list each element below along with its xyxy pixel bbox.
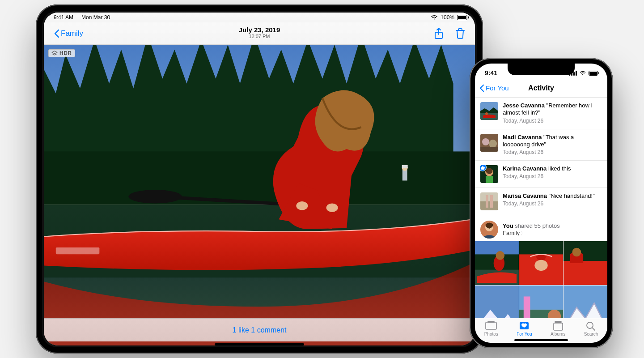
tab-for-you[interactable]: For You [517,321,532,337]
activity-item[interactable]: Jesse Cavanna "Remember how I almost fel… [475,98,607,129]
hdr-badge: HDR [48,49,75,57]
tab-albums[interactable]: Albums [551,321,565,337]
back-label: Family [61,29,83,38]
svg-rect-1 [458,16,466,19]
chevron-left-icon [54,29,60,38]
ipad-device: 9:41 AM Mon Mar 30 100% [36,4,483,354]
svg-rect-60 [555,321,561,323]
home-indicator[interactable] [215,343,304,345]
svg-rect-54 [524,297,530,318]
svg-point-28 [482,138,489,145]
battery-percent: 100% [441,14,454,21]
svg-point-13 [128,190,182,203]
svg-rect-19 [573,72,575,76]
svg-rect-35 [480,201,498,210]
svg-rect-6 [402,170,407,181]
activity-list[interactable]: Jesse Cavanna "Remember how I almost fel… [475,98,607,318]
activity-item[interactable]: Karina Cavanna liked this Today, August … [475,161,607,188]
svg-rect-36 [486,195,488,208]
status-date: Mon Mar 30 [81,14,110,21]
svg-rect-58 [487,321,495,323]
svg-point-29 [489,140,497,148]
svg-rect-33 [486,176,493,183]
iphone-screen: 9:41 For Yo [475,64,607,343]
grid-photo[interactable] [519,241,563,285]
svg-rect-51 [475,286,519,318]
iphone-device: 9:41 For Yo [470,58,613,348]
grid-photo[interactable] [564,241,607,285]
back-button[interactable]: Family [54,29,83,38]
iphone-navbar: For You Activity [475,79,607,98]
main-photo [44,45,475,345]
ipad-screen: 9:41 AM Mon Mar 30 100% [44,13,475,345]
photo-time: 12:07 PM [44,34,475,39]
svg-rect-11 [56,247,100,254]
svg-point-50 [572,248,581,257]
home-indicator[interactable] [514,339,568,341]
shared-section-header[interactable]: You shared 55 photos Family〉 [475,215,607,241]
ipad-statusbar: 9:41 AM Mon Mar 30 100% [44,13,475,22]
wifi-icon [579,71,586,76]
photo-date: July 23, 2019 [44,26,475,34]
svg-point-26 [485,112,488,115]
battery-icon [589,71,599,76]
ipad-navbar: Family July 23, 2019 12:07 PM [44,22,475,45]
svg-point-14 [296,201,308,210]
svg-rect-61 [554,323,563,330]
svg-rect-34 [480,192,498,201]
svg-rect-56 [564,286,607,318]
photo-viewer[interactable]: HDR 1 like 1 comment [44,45,475,345]
svg-rect-20 [576,71,577,76]
wifi-icon [431,15,438,20]
svg-rect-5 [44,151,475,205]
svg-rect-57 [486,322,496,329]
activity-thumb [480,102,498,120]
svg-rect-30 [480,147,498,152]
activity-item[interactable]: Madi Cavanna "That was a loooooong drive… [475,129,607,161]
svg-point-15 [326,203,338,212]
status-time: 9:41 AM [54,14,73,21]
chevron-left-icon [479,84,485,92]
shared-photo-grid [475,241,607,318]
svg-rect-8 [402,165,408,168]
battery-icon [457,15,469,20]
tab-photos[interactable]: Photos [484,321,498,337]
svg-line-63 [592,328,595,330]
svg-rect-49 [564,261,607,285]
activity-thumb [480,134,498,152]
svg-rect-22 [589,72,597,75]
avatar [480,221,498,239]
notch [508,64,575,75]
grid-photo[interactable] [519,286,563,318]
svg-point-47 [534,260,547,271]
back-button[interactable]: For You [479,84,509,92]
activity-item[interactable]: Marisa Cavanna "Nice handstand!" Today, … [475,188,607,215]
activity-thumb [480,192,498,210]
svg-rect-2 [468,17,469,19]
svg-rect-23 [598,72,599,74]
svg-rect-37 [490,195,493,208]
grid-photo[interactable] [564,286,607,318]
chevron-right-icon: 〉 [521,230,525,236]
svg-point-44 [496,251,505,260]
likes-comments-button[interactable]: 1 like 1 comment [44,318,475,341]
svg-rect-48 [564,241,607,263]
trash-icon[interactable] [455,28,465,39]
grid-photo[interactable] [475,241,519,285]
grid-photo[interactable] [475,286,519,318]
share-icon[interactable] [434,28,444,39]
status-time: 9:41 [485,69,497,77]
tab-search[interactable]: Search [584,321,598,337]
stack-icon [51,51,58,56]
activity-thumb [480,165,498,183]
